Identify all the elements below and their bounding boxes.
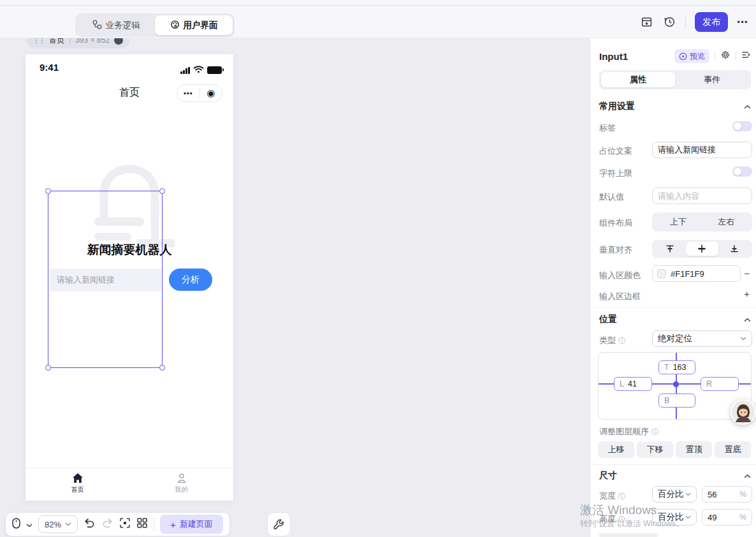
- chevron-up-icon[interactable]: [744, 474, 751, 478]
- tabbar-home-label: 首页: [71, 485, 84, 494]
- width-value-input[interactable]: [708, 490, 731, 499]
- align-middle-icon[interactable]: [686, 242, 718, 256]
- collapse-panel-icon[interactable]: [741, 50, 751, 62]
- plus-icon: +: [170, 519, 176, 530]
- info-icon: ⓘ: [618, 336, 625, 346]
- wifi-icon: [193, 64, 204, 76]
- bring-to-front-button[interactable]: 置顶: [676, 441, 712, 458]
- move-up-button[interactable]: 上移: [598, 441, 634, 458]
- chevron-down-icon: [65, 522, 71, 526]
- tab-events[interactable]: 事件: [675, 72, 749, 87]
- position-anchor-dot[interactable]: [673, 381, 679, 387]
- canvas-toolbar: 82% + 新建页面: [5, 512, 230, 536]
- valign-row-title: 垂直对齐: [599, 244, 632, 256]
- width-value-field[interactable]: %: [702, 486, 752, 503]
- archive-icon[interactable]: [639, 15, 653, 29]
- pages-grid-icon[interactable]: [136, 517, 148, 531]
- color-value: #F1F1F9: [671, 269, 704, 279]
- home-icon: [72, 473, 84, 483]
- assistant-avatar[interactable]: [731, 399, 756, 425]
- new-page-button[interactable]: + 新建页面: [160, 515, 223, 534]
- position-left-field[interactable]: L41: [614, 377, 652, 391]
- mode-switcher: 业务逻辑 用户界面: [75, 13, 235, 37]
- height-value-input[interactable]: [708, 513, 731, 522]
- tabbar-item-home[interactable]: 首页: [25, 468, 129, 501]
- cursor-mode-chevron-icon[interactable]: [26, 519, 33, 530]
- zoom-value: 82%: [45, 520, 61, 529]
- windows-activation-watermark-sub: 转到“设置”以激活 Windows。: [580, 519, 684, 529]
- align-bottom-icon[interactable]: [718, 242, 750, 256]
- position-type-row-title: 类型ⓘ: [599, 335, 625, 346]
- tab-properties[interactable]: 属性: [601, 72, 675, 87]
- chevron-down-icon: [685, 492, 691, 496]
- status-bar-time: 9:41: [40, 62, 59, 73]
- preview-label: 预览: [690, 51, 705, 62]
- resize-handle-nw[interactable]: [45, 188, 51, 194]
- resize-handle-ne[interactable]: [159, 188, 165, 194]
- height-value-field[interactable]: %: [702, 509, 752, 526]
- divider: [715, 52, 715, 61]
- tab-user-interface[interactable]: 用户界面: [155, 15, 233, 35]
- palette-icon: [170, 20, 180, 31]
- chevron-up-icon[interactable]: [744, 318, 751, 322]
- add-border-button[interactable]: +: [744, 290, 750, 298]
- zoom-select[interactable]: 82%: [38, 515, 78, 533]
- capsule-exit-icon[interactable]: ◉: [200, 87, 222, 99]
- tools-button[interactable]: [267, 512, 291, 536]
- position-type-select[interactable]: 绝对定位: [652, 330, 752, 347]
- flow-icon: [92, 20, 102, 31]
- divider: [590, 307, 756, 308]
- label-toggle[interactable]: [732, 121, 752, 131]
- position-top-field[interactable]: T163: [658, 360, 695, 374]
- input-color-field[interactable]: #F1F1F9: [652, 265, 741, 282]
- history-icon[interactable]: [662, 15, 676, 29]
- placeholder-input[interactable]: [652, 142, 752, 158]
- layout-segmented: 上下 左右: [652, 212, 752, 232]
- phone-preview[interactable]: 9:41 首页 ••• ◉: [25, 54, 233, 501]
- position-right-field[interactable]: R: [701, 377, 739, 391]
- status-bar-icons: [180, 64, 222, 76]
- new-page-label: 新建页面: [180, 519, 213, 530]
- placeholder-row-title: 占位文案: [599, 145, 632, 157]
- layout-option-vertical[interactable]: 上下: [654, 214, 702, 230]
- default-value-row-title: 默认值: [599, 191, 624, 203]
- capsule-more-icon[interactable]: •••: [177, 89, 200, 97]
- color-swatch[interactable]: [657, 269, 666, 278]
- analyze-button[interactable]: 分析: [169, 268, 212, 291]
- tab-business-logic[interactable]: 业务逻辑: [77, 15, 155, 35]
- miniprogram-capsule[interactable]: ••• ◉: [177, 84, 222, 102]
- align-top-icon[interactable]: [654, 242, 686, 256]
- tabbar-item-mine[interactable]: 我的: [129, 468, 233, 501]
- info-icon: ⓘ: [651, 427, 658, 437]
- divider: [685, 16, 686, 29]
- component-selection-box[interactable]: [48, 191, 163, 368]
- gear-icon[interactable]: [720, 50, 731, 63]
- char-limit-toggle[interactable]: [732, 166, 752, 177]
- default-value-input[interactable]: [652, 188, 752, 204]
- preview-button[interactable]: 预览: [674, 49, 709, 63]
- send-to-back-button[interactable]: 置底: [715, 441, 751, 458]
- move-down-button[interactable]: 下移: [637, 441, 673, 458]
- remove-color-button[interactable]: −: [744, 269, 750, 278]
- info-icon: ⓘ: [618, 492, 625, 501]
- divider: [736, 52, 736, 61]
- design-canvas[interactable]: ⋮⋮ 首页 | 393 × 852 9:41 首页 ••• ◉: [0, 38, 590, 537]
- percent-suffix: %: [739, 490, 746, 499]
- layout-option-horizontal[interactable]: 左右: [702, 214, 751, 230]
- windows-activation-watermark: 激活 Windows: [580, 502, 657, 519]
- section-position: 位置: [599, 314, 751, 325]
- publish-button[interactable]: 发布: [695, 12, 728, 32]
- label-row-title: 标签: [599, 122, 616, 134]
- width-unit-select[interactable]: 百分比: [652, 486, 697, 503]
- undo-icon[interactable]: [84, 518, 96, 531]
- chevron-up-icon[interactable]: [744, 105, 751, 109]
- more-menu-icon[interactable]: ⋯: [737, 15, 748, 29]
- cursor-mode-icon[interactable]: [12, 518, 20, 531]
- fit-screen-icon[interactable]: [119, 517, 131, 531]
- position-bottom-field[interactable]: B: [658, 394, 695, 408]
- redo-icon[interactable]: [101, 518, 113, 531]
- resize-handle-se[interactable]: [159, 365, 165, 371]
- resize-handle-sw[interactable]: [45, 365, 51, 371]
- section-title: 位置: [599, 314, 617, 325]
- component-name: Input1: [599, 51, 674, 62]
